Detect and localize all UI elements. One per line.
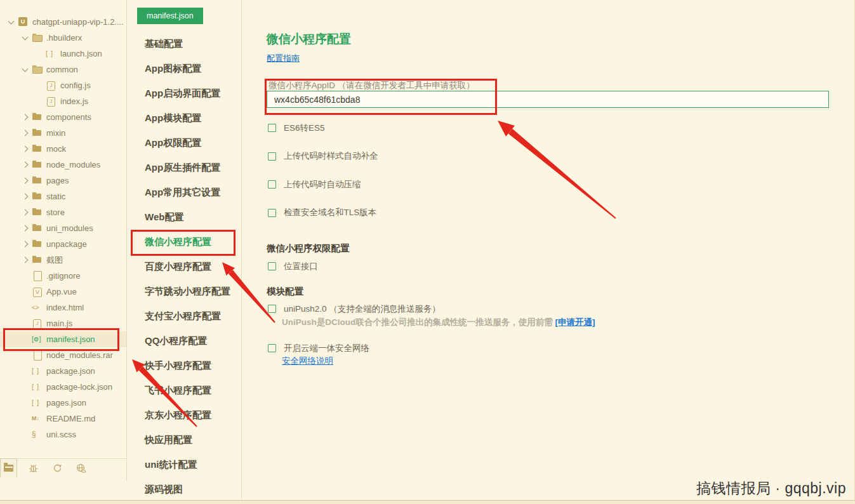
config-menu-panel: 基础配置App图标配置App启动界面配置App模块配置App权限配置App原生插… <box>127 0 242 504</box>
location-api-label: 位置接口 <box>284 261 318 272</box>
menu-item-QQ小程序配置[interactable]: QQ小程序配置 <box>127 328 241 353</box>
apply-activation-link[interactable]: [申请开通] <box>555 317 595 327</box>
unipush-checkbox[interactable] <box>268 305 276 313</box>
tree-item-components[interactable]: components <box>0 109 126 125</box>
tree-item-pages[interactable]: pages <box>0 173 126 189</box>
option-checkbox[interactable] <box>268 124 276 132</box>
tree-item-node_modules[interactable]: node_modules <box>0 157 126 173</box>
menu-item-App常用其它设置[interactable]: App常用其它设置 <box>127 180 241 204</box>
tree-item-label: launch.json <box>60 49 102 58</box>
tab-manifest-json[interactable]: manifest.json <box>137 8 203 24</box>
option-row-上传代码时自动压缩: 上传代码时自动压缩 <box>268 180 378 189</box>
secure-network-label: 开启云端一体安全网络 <box>284 343 369 354</box>
json-icon <box>32 379 44 395</box>
tree-item-label: uni.scss <box>46 430 76 439</box>
tree-item-label: package-lock.json <box>46 382 112 392</box>
menu-item-飞书小程序配置[interactable]: 飞书小程序配置 <box>127 378 241 402</box>
config-guide-link[interactable]: 配置指南 <box>267 53 300 64</box>
vue-icon <box>32 284 44 300</box>
tree-item-pages.json[interactable]: pages.json <box>0 395 126 411</box>
menu-item-百度小程序配置[interactable]: 百度小程序配置 <box>127 254 241 279</box>
chevron-right-icon[interactable] <box>19 125 32 141</box>
option-checkbox[interactable] <box>268 152 276 161</box>
chevron-right-icon[interactable] <box>19 204 32 220</box>
project-explorer-tab[interactable] <box>0 458 17 477</box>
tree-item-config.js[interactable]: config.js <box>0 77 126 93</box>
menu-item-App启动界面配置[interactable]: App启动界面配置 <box>127 81 241 105</box>
option-checkbox[interactable] <box>268 209 276 217</box>
tree-item-node_modules.rar[interactable]: node_modules.rar <box>0 347 126 363</box>
tree-item-launch.json[interactable]: launch.json <box>0 46 126 62</box>
tree-item-chatgpt-uniapp-vip-1.2....[interactable]: chatgpt-uniapp-vip-1.2.... <box>0 14 126 30</box>
option-checkbox[interactable] <box>268 180 276 189</box>
menu-item-App模块配置[interactable]: App模块配置 <box>127 105 241 130</box>
tree-item-uni.scss[interactable]: uni.scss <box>0 427 126 442</box>
menu-item-uni统计配置[interactable]: uni统计配置 <box>127 452 241 477</box>
tree-item-common[interactable]: common <box>0 62 126 77</box>
tree-item-README.md[interactable]: README.md <box>0 411 126 427</box>
menu-item-微信小程序配置[interactable]: 微信小程序配置 <box>127 229 241 254</box>
menu-item-京东小程序配置[interactable]: 京东小程序配置 <box>127 402 241 427</box>
tree-item-label: .gitignore <box>46 271 80 281</box>
tree-item-index.js[interactable]: index.js <box>0 93 126 109</box>
refresh-icon[interactable] <box>49 460 65 477</box>
html-icon <box>32 300 44 315</box>
tree-item-label: pages <box>46 176 69 185</box>
tree-item-label: README.md <box>46 414 95 423</box>
folder-icon <box>32 220 44 236</box>
chevron-down-icon[interactable] <box>19 62 32 77</box>
chevron-right-icon[interactable] <box>19 220 32 236</box>
tree-item-package-lock.json[interactable]: package-lock.json <box>0 379 126 395</box>
chevron-down-icon[interactable] <box>19 30 32 46</box>
tree-item-index.html[interactable]: index.html <box>0 300 126 315</box>
tree-item-[interactable]: 截图 <box>0 252 126 268</box>
menu-item-快应用配置[interactable]: 快应用配置 <box>127 427 241 452</box>
chevron-right-icon[interactable] <box>19 141 32 157</box>
tree-item-mixin[interactable]: mixin <box>0 125 126 141</box>
menu-item-快手小程序配置[interactable]: 快手小程序配置 <box>127 353 241 378</box>
tree-item-label: config.js <box>60 81 91 90</box>
menu-item-基础配置[interactable]: 基础配置 <box>127 31 241 56</box>
chevron-right-icon[interactable] <box>19 109 32 125</box>
tree-item-store[interactable]: store <box>0 204 126 220</box>
chevron-right-icon[interactable] <box>19 173 32 189</box>
chevron-down-icon[interactable] <box>5 14 18 30</box>
chevron-right-icon[interactable] <box>19 157 32 173</box>
tree-item-.hbuilderx[interactable]: .hbuilderx <box>0 30 126 46</box>
menu-item-App原生插件配置[interactable]: App原生插件配置 <box>127 155 241 180</box>
folder-icon <box>32 157 44 173</box>
project-icon <box>18 14 30 30</box>
chevron-right-icon[interactable] <box>19 236 32 252</box>
secure-network-checkbox[interactable] <box>268 344 276 352</box>
option-label: 检查安全域名和TLS版本 <box>284 207 376 218</box>
chevron-placeholder <box>19 284 32 300</box>
tree-item-label: pages.json <box>46 398 86 408</box>
menu-item-App图标配置[interactable]: App图标配置 <box>127 56 241 81</box>
option-row-ES6转ES5: ES6转ES5 <box>268 123 378 133</box>
menu-item-Web配置[interactable]: Web配置 <box>127 204 241 229</box>
tree-item-.gitignore[interactable]: .gitignore <box>0 268 126 284</box>
chevron-right-icon[interactable] <box>19 189 32 204</box>
folder-open-icon <box>32 62 44 77</box>
appid-input[interactable] <box>267 91 829 108</box>
menu-item-支付宝小程序配置[interactable]: 支付宝小程序配置 <box>127 303 241 328</box>
menu-item-App权限配置[interactable]: App权限配置 <box>127 130 241 155</box>
network-globe-icon[interactable] <box>73 460 89 477</box>
debug-icon[interactable] <box>25 460 41 477</box>
tree-item-main.js[interactable]: main.js <box>0 315 126 331</box>
tree-item-unpackage[interactable]: unpackage <box>0 236 126 252</box>
location-api-checkbox[interactable] <box>268 262 276 270</box>
tree-item-static[interactable]: static <box>0 189 126 204</box>
window-bottom-edge <box>0 500 855 504</box>
chevron-right-icon[interactable] <box>19 252 32 268</box>
menu-item-源码视图[interactable]: 源码视图 <box>127 477 241 501</box>
secure-network-doc-link[interactable]: 安全网络说明 <box>282 355 333 367</box>
tree-item-mock[interactable]: mock <box>0 141 126 157</box>
folder-icon <box>32 236 44 252</box>
option-label: 上传代码时自动压缩 <box>284 179 361 190</box>
menu-item-字节跳动小程序配置[interactable]: 字节跳动小程序配置 <box>127 279 241 303</box>
tree-item-manifest.json[interactable]: manifest.json <box>0 331 126 347</box>
tree-item-package.json[interactable]: package.json <box>0 363 126 379</box>
tree-item-uni_modules[interactable]: uni_modules <box>0 220 126 236</box>
tree-item-App.vue[interactable]: App.vue <box>0 284 126 300</box>
